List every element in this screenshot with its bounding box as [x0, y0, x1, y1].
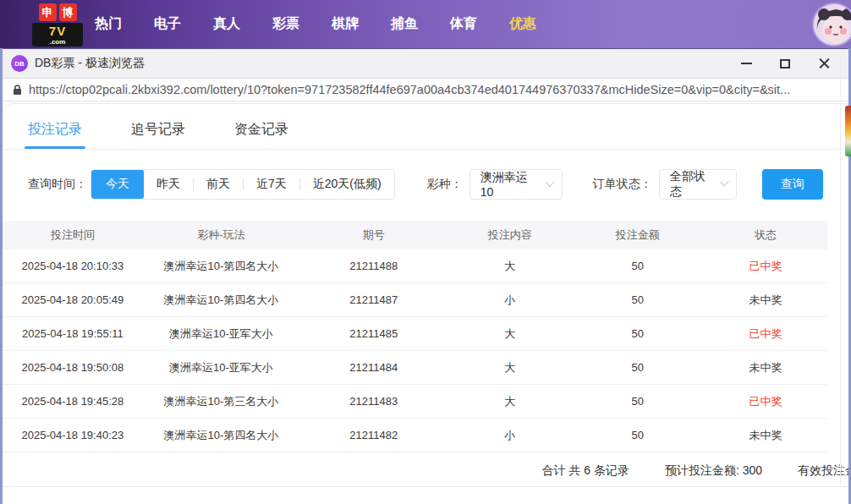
- game-play: 澳洲幸运10-第四名大小: [143, 259, 299, 274]
- nav-item-fishing[interactable]: 捕鱼: [391, 15, 418, 33]
- record-tabs: 投注记录 追号记录 资金记录: [3, 104, 848, 150]
- order-status-value: 全部状态: [670, 169, 711, 200]
- table-row: 2025-04-18 19:50:08 澳洲幸运10-亚军大小 21211484…: [3, 351, 827, 385]
- tab-fund-records[interactable]: 资金记录: [234, 121, 288, 149]
- tab-bet-records[interactable]: 投注记录: [28, 121, 82, 149]
- table-row: 2025-04-18 20:10:33 澳洲幸运10-第四名大小 2121148…: [3, 249, 827, 283]
- nav-item-sports[interactable]: 体育: [450, 15, 477, 33]
- time-option-yesterday[interactable]: 昨天: [144, 169, 193, 200]
- time-range-group: 今天 昨天 前天 近7天 近20天(低频): [91, 169, 395, 200]
- site-top-bar: 申 博 7V .com 热门 电子 真人 彩票 棋牌 捕鱼 体育 优惠: [0, 0, 851, 48]
- summary-bar: 合计 共 6 条记录 预计投注金额: 300 有效投注金额:: [3, 452, 848, 490]
- tab-chase-records[interactable]: 追号记录: [131, 121, 185, 149]
- bet-content: 大: [448, 360, 572, 375]
- lottery-type-select[interactable]: 澳洲幸运10: [469, 169, 563, 200]
- lock-icon: [13, 84, 22, 96]
- tab-bet-records-label: 投注记录: [28, 122, 82, 136]
- issue-number: 21211482: [299, 429, 448, 441]
- close-button[interactable]: [815, 54, 833, 73]
- game-play: 澳洲幸运10-第四名大小: [143, 428, 299, 443]
- logo-badges: 申 博: [32, 3, 83, 21]
- nav-item-promotions[interactable]: 优惠: [509, 15, 536, 33]
- bet-time: 2025-04-18 19:45:28: [3, 395, 143, 408]
- lottery-type-value: 澳洲幸运10: [480, 170, 537, 199]
- lottery-type-label: 彩种：: [427, 177, 463, 192]
- header-issue: 期号: [299, 227, 448, 243]
- window-controls: [737, 54, 840, 73]
- logo-badge-right: 博: [59, 3, 77, 21]
- order-status-label: 订单状态：: [593, 177, 652, 192]
- user-avatar[interactable]: [812, 3, 851, 47]
- status-cell: 未中奖: [704, 428, 827, 443]
- table-row: 2025-04-18 19:40:23 澳洲幸运10-第四名大小 2121148…: [3, 419, 827, 452]
- game-play: 澳洲幸运10-亚军大小: [143, 326, 299, 342]
- search-button[interactable]: 查询: [762, 169, 823, 200]
- order-status-select[interactable]: 全部状态: [659, 169, 737, 200]
- status-cell: 已中奖: [704, 326, 827, 342]
- time-option-today[interactable]: 今天: [91, 169, 144, 200]
- game-play: 澳洲幸运10-第三名大小: [143, 394, 299, 409]
- time-option-20days[interactable]: 近20天(低频): [300, 169, 394, 200]
- bet-content: 小: [448, 293, 572, 308]
- maximize-icon: [780, 59, 790, 68]
- site-logo[interactable]: 申 博 7V .com: [32, 3, 83, 47]
- bet-time: 2025-04-18 19:50:08: [3, 361, 143, 374]
- header-status: 状态: [704, 227, 827, 243]
- bottom-divider: [3, 486, 848, 487]
- issue-number: 21211483: [299, 395, 448, 408]
- time-option-day-before[interactable]: 前天: [194, 169, 243, 200]
- tab-chase-records-label: 追号记录: [131, 122, 185, 136]
- main-nav: 热门 电子 真人 彩票 棋牌 捕鱼 体育 优惠: [95, 0, 536, 48]
- nav-item-hot[interactable]: 热门: [95, 15, 122, 33]
- bet-content: 小: [448, 428, 572, 443]
- bet-time: 2025-04-18 19:55:11: [3, 327, 143, 340]
- game-play: 澳洲幸运10-亚军大小: [143, 360, 299, 375]
- bet-amount: 50: [572, 293, 704, 306]
- status-cell: 已中奖: [704, 259, 827, 274]
- summary-expected-amount: 预计投注金额: 300: [665, 463, 762, 479]
- url-bar[interactable]: https://ctop02pcali.2kbxi392.com/lottery…: [3, 78, 848, 101]
- url-text: https://ctop02pcali.2kbxi392.com/lottery…: [29, 83, 790, 96]
- issue-number: 21211484: [299, 361, 448, 374]
- issue-number: 21211487: [299, 293, 448, 306]
- scrollbar-track[interactable]: [840, 56, 841, 485]
- time-option-7days[interactable]: 近7天: [244, 169, 299, 200]
- minimize-button[interactable]: [737, 54, 755, 73]
- logo-main: 7V .com: [32, 23, 83, 47]
- bet-content: 大: [448, 259, 572, 274]
- browser-window: DB DB彩票 - 极速浏览器 https://ctop02pcali.2kbx…: [3, 48, 848, 504]
- bet-amount: 50: [572, 260, 704, 272]
- bet-time: 2025-04-18 20:05:49: [3, 293, 143, 306]
- maximize-button[interactable]: [776, 54, 794, 73]
- chevron-down-icon: [720, 178, 729, 187]
- logo-7v-text: 7V: [49, 24, 66, 38]
- bet-amount: 50: [572, 327, 704, 340]
- header-bet-amount: 投注金额: [572, 227, 704, 243]
- clipped-floating-widget[interactable]: [845, 106, 851, 156]
- table-row: 2025-04-18 20:05:49 澳洲幸运10-第四名大小 2121148…: [3, 283, 827, 317]
- header-bet-time: 投注时间: [3, 227, 143, 243]
- query-time-label: 查询时间：: [28, 177, 87, 192]
- minimize-icon: [741, 63, 752, 64]
- user-avatar-image: [814, 4, 851, 47]
- screen: 申 博 7V .com 热门 电子 真人 彩票 棋牌 捕鱼 体育 优惠: [0, 0, 851, 504]
- window-title: DB彩票 - 极速浏览器: [35, 56, 145, 71]
- status-cell: 已中奖: [704, 394, 827, 409]
- active-tab-underline: [25, 146, 85, 149]
- bet-time: 2025-04-18 20:10:33: [3, 260, 143, 272]
- bet-content: 大: [448, 394, 572, 409]
- bet-time: 2025-04-18 19:40:23: [3, 429, 143, 441]
- nav-item-lottery[interactable]: 彩票: [272, 15, 299, 33]
- nav-item-slots[interactable]: 电子: [154, 15, 181, 33]
- nav-item-cards[interactable]: 棋牌: [332, 15, 359, 33]
- table-row: 2025-04-18 19:55:11 澳洲幸运10-亚军大小 21211485…: [3, 317, 827, 351]
- summary-total-records: 合计 共 6 条记录: [542, 463, 629, 479]
- nav-item-live[interactable]: 真人: [213, 15, 240, 33]
- status-cell: 未中奖: [704, 293, 827, 308]
- browser-title-bar: DB DB彩票 - 极速浏览器: [3, 48, 848, 78]
- bet-amount: 50: [572, 429, 704, 441]
- lottery-records-page: 投注记录 追号记录 资金记录 查询时间： 今天 昨天 前天: [3, 104, 848, 504]
- browser-app-icon: DB: [11, 55, 28, 72]
- game-play: 澳洲幸运10-第四名大小: [143, 293, 299, 308]
- summary-valid-amount: 有效投注金额:: [798, 463, 848, 479]
